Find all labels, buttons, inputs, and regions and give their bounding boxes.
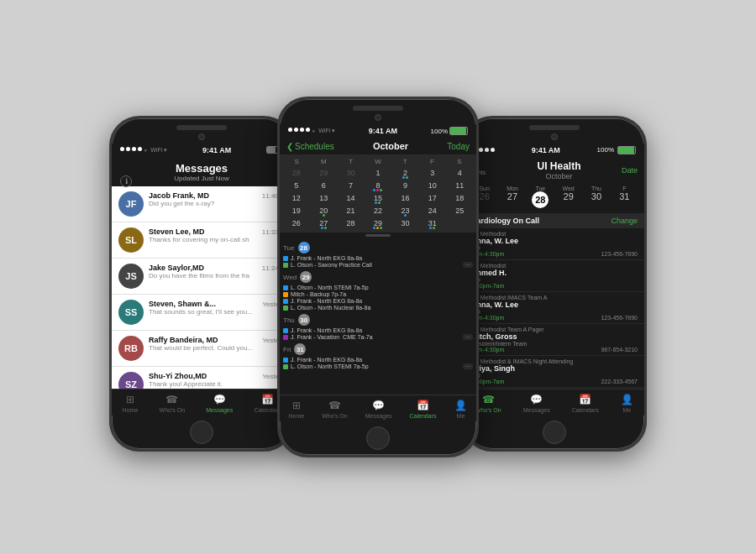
health-doctors-list: gy, Methodist Anna, W. Lee MD 7am-4:30pm… [465, 228, 644, 389]
health-date-button[interactable]: Date [622, 166, 638, 175]
event-row-8[interactable]: J. Frank - Vacation_CME 7a-7a ··· [283, 334, 473, 340]
cal-day-4[interactable]: 4 [447, 167, 473, 179]
cal-day-31[interactable]: 31 [419, 217, 445, 229]
cal-day-10[interactable]: 10 [419, 180, 445, 191]
info-icon[interactable]: ℹ [120, 175, 132, 187]
cal-day-17[interactable]: 17 [419, 192, 445, 204]
event-row-10[interactable]: L. Olson - North STEMI 7a-5p ··· [283, 363, 473, 369]
message-item-2[interactable]: JS Jake Saylor,MD 11:24 A Do you have th… [112, 259, 291, 295]
nav-whoon-right[interactable]: ☎ Who's On [475, 394, 501, 413]
cal-day-29-prev[interactable]: 29 [310, 167, 336, 179]
message-item-4[interactable]: RB Raffy Bandeira, MD Yesterd That would… [112, 331, 291, 367]
dow-s1: S [283, 158, 310, 165]
cal-day-21[interactable]: 21 [338, 205, 364, 217]
health-day-thu[interactable]: Thu 30 [583, 184, 609, 210]
health-day-wed[interactable]: Wed 29 [555, 184, 581, 210]
health-change-button[interactable]: Change [611, 217, 638, 225]
cal-day-27[interactable]: 27 [310, 217, 336, 229]
signal-center: ● WiFi ▾ [288, 128, 335, 134]
calendar-screen: ● WiFi ▾ 9:41 AM 100% Schedules [280, 124, 476, 421]
signal-left: ● WiFi ▾ [120, 147, 167, 154]
event-row-7[interactable]: J. Frank - North EKG 8a-8a [283, 327, 473, 333]
cal-day-7[interactable]: 7 [338, 180, 364, 191]
cal-day-29[interactable]: 29 [365, 217, 391, 229]
role-3: MD [471, 309, 638, 315]
nav-calendars-right[interactable]: 📅 Calendars [572, 394, 599, 413]
cal-day-25[interactable]: 25 [447, 205, 473, 217]
health-screen: 9:41 AM 100% ounts UI Health [465, 144, 644, 416]
cal-day-28-prev[interactable]: 28 [283, 167, 309, 179]
cal-day-9[interactable]: 9 [392, 180, 418, 191]
message-item-5[interactable]: SZ Shu-Yi Zhou,MD Yesterd Thank you! App… [112, 367, 291, 389]
msg-name-row-5: Shu-Yi Zhou,MD Yesterd [149, 372, 285, 380]
cal-day-8[interactable]: 8 [365, 180, 391, 191]
cal-day-23[interactable]: 23 [392, 205, 418, 217]
cal-day-28-today[interactable]: 28 [338, 217, 364, 229]
health-doctor-5[interactable]: gy, Methodist & IMACS Night Attending Pr… [465, 356, 644, 388]
event-row-4[interactable]: Mitch - Backup 7p-7a [283, 291, 473, 297]
doctor-4: Mitch, Gross [471, 332, 638, 341]
event-row-6[interactable]: L. Olson - North Nuclear 8a-8a [283, 305, 473, 311]
event-row-1[interactable]: J. Frank - North EKG 8a-8a [283, 255, 473, 261]
nav-home-center[interactable]: ⊞ Home [288, 400, 304, 419]
cal-day-13[interactable]: 13 [310, 192, 336, 204]
cal-day-22[interactable]: 22 [365, 205, 391, 217]
nav-calendars-center[interactable]: 📅 Calendars [410, 400, 437, 419]
event-dayname-wed29: Wed [283, 274, 297, 281]
health-day-mon[interactable]: Mon 27 [499, 184, 525, 210]
nav-messages-left[interactable]: 💬 Messages [206, 394, 233, 413]
event-row-9[interactable]: J. Frank - North EKG 8a-8a [283, 357, 473, 363]
cal-day-1[interactable]: 1 [365, 167, 391, 179]
home-button-right[interactable] [543, 421, 566, 444]
cal-day-2[interactable]: 2 [392, 167, 418, 179]
calendar-back[interactable]: Schedules [286, 142, 334, 151]
cal-day-18[interactable]: 18 [447, 192, 473, 204]
calendar-grid: S M T W T F S 28 29 30 1 [280, 154, 476, 233]
today-button[interactable]: Today [447, 142, 470, 151]
cal-day-3[interactable]: 3 [419, 167, 445, 179]
phone-messages: ● WiFi ▾ 9:41 AM ℹ Messages Updated Just… [109, 116, 294, 452]
event-more-1[interactable]: ··· [463, 262, 473, 268]
cal-day-30-prev[interactable]: 30 [338, 167, 364, 179]
health-doctor-4[interactable]: gy, Methodist Team A Pager Mitch, Gross … [465, 324, 644, 356]
event-row-3[interactable]: L. Olson - North STEMI 7a-5p [283, 285, 473, 290]
cal-day-24[interactable]: 24 [419, 205, 445, 217]
nav-messages-right[interactable]: 💬 Messages [523, 394, 550, 413]
message-item-3[interactable]: SS Steven, Shawn &... Yesterd That sound… [112, 295, 291, 331]
messages-list[interactable]: JF Jacob Frank, MD 11:40 A Did you get t… [112, 186, 291, 389]
event-more-2[interactable]: ··· [463, 334, 473, 340]
nav-whoon-center[interactable]: ☎ Who's On [322, 400, 348, 419]
cal-day-19[interactable]: 19 [283, 205, 309, 217]
cal-day-12[interactable]: 12 [283, 192, 309, 204]
cal-day-20[interactable]: 20 [310, 205, 336, 217]
home-button-center[interactable] [366, 426, 390, 450]
health-day-fri[interactable]: F 31 [612, 184, 638, 210]
cal-day-5[interactable]: 5 [283, 180, 309, 191]
health-week-strip: Sun 26 Mon 27 Tue 28 Wed [471, 184, 638, 210]
nav-messages-center[interactable]: 💬 Messages [365, 400, 392, 419]
cal-day-14[interactable]: 14 [338, 192, 364, 204]
message-item-1[interactable]: SL Steven Lee, MD 11:33 A Thanks for cov… [112, 222, 291, 259]
health-doctor-3[interactable]: gy, Methodist IMACS Team A Anna, W. Lee … [465, 292, 644, 324]
nav-me-center[interactable]: 👤 Me [454, 400, 467, 419]
msg-content-4: Raffy Bandeira, MD Yesterd That would be… [149, 336, 285, 352]
health-doctor-2[interactable]: gy, Methodist Ahmed H. MD 4:30pm-7am [465, 260, 644, 292]
nav-me-right[interactable]: 👤 Me [621, 394, 633, 413]
event-group-fri31: Fri 31 J. Frank - North EKG 8a-8a L. Ols… [283, 343, 473, 369]
cal-day-15[interactable]: 15 [365, 192, 391, 204]
cal-day-16[interactable]: 16 [392, 192, 418, 204]
cal-day-30[interactable]: 30 [392, 217, 418, 229]
cal-day-26[interactable]: 26 [283, 217, 309, 229]
message-item-0[interactable]: JF Jacob Frank, MD 11:40 A Did you get t… [112, 186, 291, 222]
cal-day-6[interactable]: 6 [310, 180, 336, 191]
cal-day-11[interactable]: 11 [447, 180, 473, 191]
event-row-2[interactable]: L. Olson - Saxony Practice Call ··· [283, 262, 473, 268]
phone-num-1: 123-456-7890 [601, 251, 638, 257]
event-row-5[interactable]: J. Frank - North EKG 8a-8a [283, 298, 473, 304]
event-more-3[interactable]: ··· [463, 363, 473, 369]
health-day-tue[interactable]: Tue 28 [528, 184, 554, 210]
health-doctor-1[interactable]: gy, Methodist Anna, W. Lee MD 7am-4:30pm… [465, 228, 644, 260]
nav-whoon-left[interactable]: ☎ Who's On [160, 394, 186, 413]
nav-home-left[interactable]: ⊞ Home [123, 394, 139, 413]
home-button-left[interactable] [190, 421, 213, 444]
